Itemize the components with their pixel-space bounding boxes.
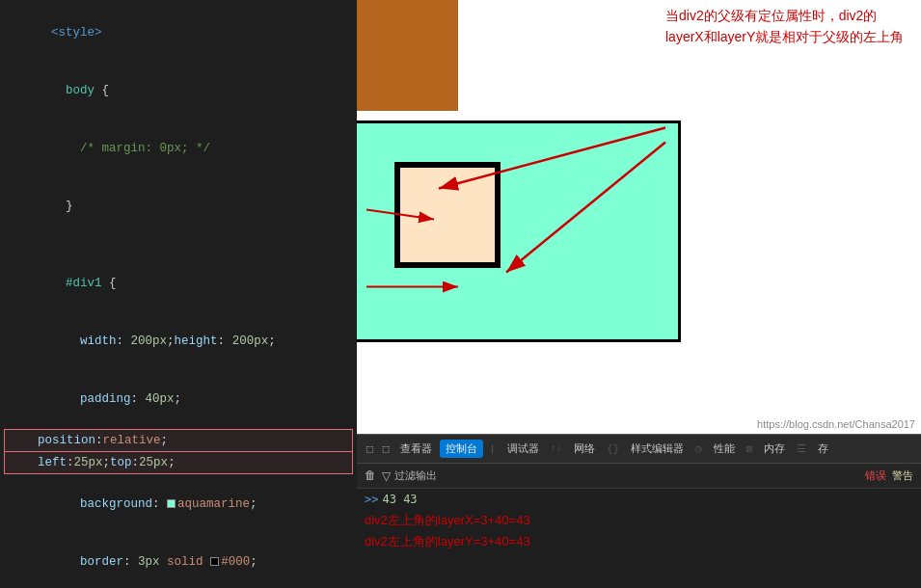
console-content: >> 43 43 div2左上角的layerX=3+40=43 div2左上角的… xyxy=(357,489,921,588)
console-output-value: 43 43 xyxy=(382,493,417,506)
toolbar-memory-btn[interactable]: 内存 xyxy=(758,440,791,458)
console-area: 🗑 ▽ 过滤输出 错误 警告 >> 43 43 div2左上角的layerX=3… xyxy=(357,463,921,588)
watermark: https://blog.csdn.net/Chansa2017 xyxy=(757,418,915,430)
annotation-line1: div2左上角的layerX=3+40=43 xyxy=(365,510,913,531)
sep4: ◷ xyxy=(691,441,706,457)
preview-area: 当div2的父级有定位属性时，div2的layerX和layerY就是相对于父级… xyxy=(357,0,921,434)
filter-label: 过滤输出 xyxy=(394,468,437,483)
code-area: <style> body { /* margin: 0px; */ } #div… xyxy=(0,0,357,588)
annotation-line2: div2左上角的layerY=3+40=43 xyxy=(365,531,913,552)
code-line: border: 3px solid #000; xyxy=(0,533,357,588)
sep2: ↑↓ xyxy=(547,441,566,456)
console-filter: ▽ 过滤输出 xyxy=(382,468,437,483)
page-icon[interactable]: ⬚ xyxy=(379,441,393,457)
code-line: #div1 { xyxy=(0,254,357,312)
toolbar-inspector-btn[interactable]: 查看器 xyxy=(394,440,438,458)
sep3: {} xyxy=(603,441,623,457)
devtools-toolbar: ⬚ ⬚ 查看器 控制台 | 调试器 ↑↓ 网络 {} 样式编辑器 ◷ 性能 ⊠ … xyxy=(357,434,921,463)
code-line: background: aquamarine; xyxy=(0,475,357,533)
annotation-text: 当div2的父级有定位属性时，div2的layerX和layerY就是相对于父级… xyxy=(665,5,916,48)
console-toolbar: 🗑 ▽ 过滤输出 错误 警告 xyxy=(357,464,921,489)
code-line: <style> xyxy=(0,4,357,62)
toolbar-debugger-btn[interactable]: 调试器 xyxy=(501,440,545,458)
toolbar-console-btn[interactable]: 控制台 xyxy=(440,440,483,458)
console-output-row: >> 43 43 xyxy=(365,493,913,506)
filter-icon: ▽ xyxy=(382,469,391,483)
code-line: /* margin: 0px; */ xyxy=(0,120,357,177)
sep5: ⊠ xyxy=(743,441,757,457)
console-prompt: >> xyxy=(365,493,378,506)
code-line-boxed: left:25px;top:25px; xyxy=(4,452,353,474)
right-panel: 当div2的父级有定位属性时，div2的layerX和layerY就是相对于父级… xyxy=(357,0,921,588)
sep1: | xyxy=(485,441,500,457)
warning-button[interactable]: 警告 xyxy=(892,468,913,483)
toolbar-perf-btn[interactable]: 性能 xyxy=(708,440,741,458)
code-editor: <style> body { /* margin: 0px; */ } #div… xyxy=(0,0,357,588)
error-button[interactable]: 错误 xyxy=(865,468,886,483)
toolbar-style-btn[interactable]: 样式编辑器 xyxy=(625,440,690,458)
code-line: body { xyxy=(0,62,357,120)
code-line xyxy=(0,235,357,254)
preview-div1 xyxy=(357,120,681,342)
toolbar-network-btn[interactable]: 网络 xyxy=(568,440,601,458)
sep6: ☰ xyxy=(793,441,810,457)
preview-div3 xyxy=(357,0,458,111)
toolbar-storage-btn[interactable]: 存 xyxy=(812,440,834,458)
code-line: width: 200px;height: 200px; xyxy=(0,312,357,370)
code-line: } xyxy=(0,177,357,235)
code-line-boxed: position:relative; xyxy=(4,429,353,452)
annotation-area: 当div2的父级有定位属性时，div2的layerX和layerY就是相对于父级… xyxy=(665,5,916,48)
cursor-icon[interactable]: ⬚ xyxy=(363,441,377,457)
console-annotation: div2左上角的layerX=3+40=43 div2左上角的layerY=3+… xyxy=(365,510,913,552)
code-line: padding: 40px; xyxy=(0,370,357,428)
preview-div2 xyxy=(394,162,501,268)
trash-icon[interactable]: 🗑 xyxy=(365,468,376,483)
